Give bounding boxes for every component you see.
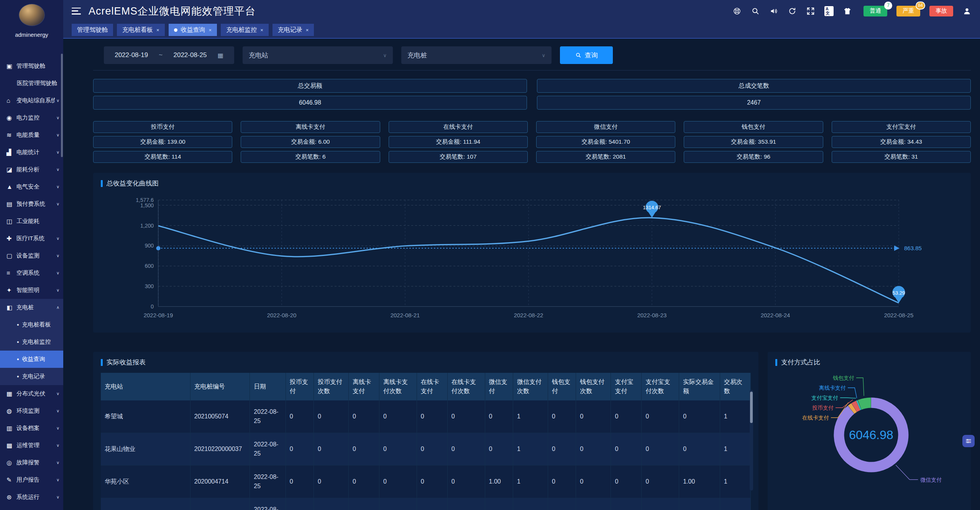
search-icon	[575, 52, 581, 58]
sidebar-item-substation-system[interactable]: ⌂变电站综自系统∨	[0, 92, 63, 109]
sidebar-item-ops-management[interactable]: ▩运维管理∨	[0, 437, 63, 454]
sidebar-item-system-operation[interactable]: ⊛系统运行∨	[0, 489, 63, 506]
solar-panel-icon: ▦	[7, 390, 16, 397]
search-button[interactable]: 查询	[560, 46, 613, 64]
table-scrollbar-thumb[interactable]	[750, 392, 753, 423]
menu-toggle-icon[interactable]	[72, 8, 81, 15]
sidebar-item-dashboard[interactable]: ▣管理驾驶舱	[0, 57, 63, 75]
tab-充电桩监控[interactable]: 充电桩监控×	[221, 24, 269, 36]
table-cell: 2021005074	[190, 400, 250, 433]
settings-float-button[interactable]	[962, 435, 975, 447]
sidebar-item-charging-records[interactable]: •充电记录	[0, 368, 63, 385]
table-cell: 0	[417, 433, 447, 466]
date-range-input[interactable]: 2022-08-19 ~ 2022-08-25 ▦	[104, 46, 234, 64]
sidebar-item-charging-pile-monitor[interactable]: •充电桩监控	[0, 333, 63, 351]
fullscreen-icon[interactable]	[806, 7, 815, 16]
user-icon[interactable]	[962, 7, 972, 16]
tab-label: 充电桩监控	[226, 26, 257, 34]
sidebar-item-hvac-system[interactable]: ≡空调系统∨	[0, 264, 63, 282]
sidebar-item-industrial-energy[interactable]: ◫工业能耗	[0, 213, 63, 230]
station-select[interactable]: 充电站 ∨	[243, 46, 393, 64]
bullet-icon: •	[17, 356, 19, 363]
sidebar-item-medical-it[interactable]: ✚医疗IT系统∨	[0, 230, 63, 247]
table-row[interactable]: 华苑小区20200047142022-08-250000001.00100001…	[101, 466, 751, 498]
table-row[interactable]: 希望城20210050742022-08-2500000001000001	[101, 400, 751, 433]
sidebar-item-prepaid-system[interactable]: ▤预付费系统∨	[0, 195, 63, 213]
table-cell: 0	[349, 400, 379, 433]
tab-充电记录[interactable]: 充电记录×	[272, 24, 314, 36]
table-cell: 2022-08-25	[250, 400, 286, 433]
sidebar-item-label: 医疗IT系统	[16, 235, 44, 242]
theme-shirt-icon[interactable]	[843, 7, 852, 16]
alarm-pill-严重[interactable]: 严重84	[896, 6, 920, 16]
bullet-icon: •	[17, 373, 19, 380]
sound-icon[interactable]	[769, 7, 778, 16]
payment-card-title: 离线卡支付	[241, 121, 380, 133]
tab-收益查询[interactable]: 收益查询×	[169, 24, 217, 36]
svg-text:863.85: 863.85	[904, 245, 922, 251]
tab-close-icon[interactable]: ×	[156, 27, 159, 33]
sidebar-item-charging-pile[interactable]: ◧充电桩∧	[0, 299, 63, 316]
alarm-pill-普通[interactable]: 普通7	[863, 6, 887, 16]
sidebar-item-energy-analysis[interactable]: ◪能耗分析∨	[0, 161, 63, 178]
edit-report-icon: ✎	[7, 476, 16, 484]
support-icon[interactable]	[732, 7, 742, 16]
calendar-icon: ▦	[218, 52, 223, 59]
sidebar-item-charging-pile-board[interactable]: •充电桩看板	[0, 316, 63, 333]
table-cell: 畅达峰东侧地	[101, 498, 190, 510]
table-cell: 1	[720, 466, 750, 498]
tab-close-icon[interactable]: ×	[260, 27, 263, 33]
table-row[interactable]: 花果山物业202102200000372022-08-2500000001000…	[101, 433, 751, 466]
sidebar-item-power-monitoring[interactable]: ◉电力监控∨	[0, 109, 63, 126]
table-cell: 0	[417, 400, 447, 433]
avatar[interactable]	[19, 4, 45, 26]
ev-charger-icon: ◧	[7, 304, 16, 311]
column-header: 钱包支付	[548, 373, 576, 400]
bar-chart-icon: ▟	[7, 149, 16, 156]
sidebar-item-environment-monitoring[interactable]: ◍环境监测∨	[0, 402, 63, 420]
payment-cards: 投币支付交易金额: 139.00交易笔数: 114离线卡支付交易金额: 6.00…	[93, 121, 971, 163]
tab-close-icon[interactable]: ×	[306, 27, 309, 33]
sidebar-item-power-quality[interactable]: ≋电能质量∨	[0, 126, 63, 144]
alarm-pill-事故[interactable]: 事故	[929, 6, 953, 16]
alarm-count-badge: 7	[884, 2, 892, 10]
archive-icon: ▥	[7, 425, 16, 432]
tab-管理驾驶舱[interactable]: 管理驾驶舱	[72, 24, 113, 36]
sidebar-item-label: 空调系统	[16, 269, 39, 277]
pile-select[interactable]: 充电桩 ∨	[401, 46, 552, 64]
sidebar-item-label: 医院管理驾驶舱	[17, 80, 57, 87]
refresh-icon[interactable]	[788, 7, 797, 16]
sidebar: adminenergy ▣管理驾驶舱医院管理驾驶舱⌂变电站综自系统∨◉电力监控∨…	[0, 0, 63, 510]
table-row[interactable]: 畅达峰东侧地202205260000182022-08-250000000000…	[101, 498, 751, 510]
table-cell: 0	[548, 433, 576, 466]
sidebar-item-device-monitoring[interactable]: ▢设备监测∨	[0, 247, 63, 264]
sidebar-item-smart-lighting[interactable]: ✦智能照明∨	[0, 282, 63, 299]
title-bar-icon	[101, 359, 103, 366]
sidebar-item-revenue-query[interactable]: •收益查询	[0, 351, 63, 368]
sidebar-item-energy-statistics[interactable]: ▟电能统计∨	[0, 144, 63, 161]
sidebar-item-user-report[interactable]: ✎用户报告∨	[0, 471, 63, 489]
chevron-down-icon: ∨	[55, 460, 59, 465]
search-icon[interactable]	[751, 7, 760, 16]
tab-close-icon[interactable]: ×	[209, 27, 212, 33]
alarm-count-badge: 84	[916, 2, 925, 10]
sidebar-item-fault-alarm[interactable]: ◎故障报警∨	[0, 454, 63, 471]
table-cell: 1.00	[485, 466, 513, 498]
sidebar-item-distributed-pv[interactable]: ▦分布式光伏∨	[0, 385, 63, 402]
tab-bar: 管理驾驶舱充电桩看板×收益查询×充电桩监控×充电记录×	[63, 22, 980, 39]
payment-card-钱包支付: 钱包支付交易金额: 353.91交易笔数: 96	[684, 121, 823, 163]
donut-chart: 6046.98钱包支付离线卡支付支付宝支付投币支付在线卡支付微信支付	[775, 367, 963, 497]
line-chart: 03006009001,2001,5001,577.62022-08-19202…	[101, 190, 963, 326]
table-cell: 0	[349, 433, 379, 466]
table-cell: 花果山物业	[101, 433, 190, 466]
translate-icon[interactable]: A文	[824, 7, 834, 16]
payment-card-离线卡支付: 离线卡支付交易金额: 6.00交易笔数: 6	[241, 121, 380, 163]
sidebar-item-hospital-dashboard[interactable]: 医院管理驾驶舱	[0, 75, 63, 92]
table-cell: 20220526000018	[190, 498, 250, 510]
sidebar-scrollbar[interactable]	[61, 54, 63, 157]
table-cell: 0	[642, 498, 679, 510]
sidebar-item-device-archive[interactable]: ▥设备档案∨	[0, 420, 63, 437]
chevron-down-icon: ∨	[55, 408, 59, 413]
tab-充电桩看板[interactable]: 充电桩看板×	[117, 24, 165, 36]
sidebar-item-electrical-safety[interactable]: ▲电气安全∨	[0, 178, 63, 195]
